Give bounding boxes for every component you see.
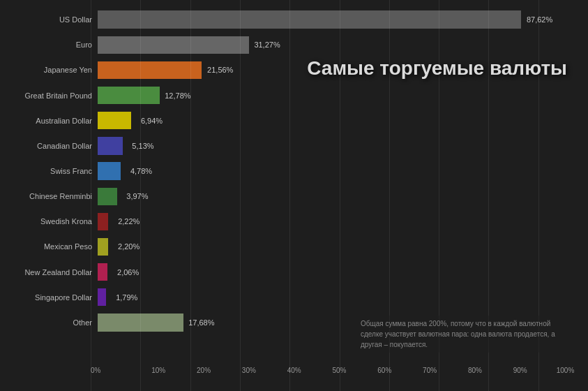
bar-track: 5,13% <box>98 133 581 158</box>
bar-row: New Zealand Dollar2,06% <box>7 260 581 285</box>
bar-track: 12,78% <box>98 82 581 108</box>
bar-value-label: 6,94% <box>141 117 163 125</box>
bar-label: Singapore Dollar <box>7 293 98 302</box>
x-axis-tick: 30% <box>226 367 271 374</box>
bar-fill: 87,62% <box>98 10 521 28</box>
bar-row: Canadian Dollar5,13% <box>7 133 581 158</box>
bar-label: Euro <box>7 40 98 49</box>
bar-fill: 6,94% <box>98 112 131 129</box>
bar-value-label: 2,22% <box>118 217 140 226</box>
bar-track: 3,97% <box>98 184 581 209</box>
bar-label: Great Britain Pound <box>7 91 98 100</box>
x-axis-tick: 100% <box>543 367 588 374</box>
bar-row: Australian Dollar6,94% <box>7 108 581 133</box>
bar-track: 2,20% <box>98 234 581 259</box>
bar-label: Mexican Peso <box>7 242 98 251</box>
bar-fill: 4,78% <box>98 162 121 179</box>
bar-value-label: 1,79% <box>116 293 137 302</box>
bar-value-label: 2,20% <box>118 242 140 251</box>
bar-label: Swiss Franc <box>7 167 98 175</box>
bar-fill: 2,22% <box>98 213 108 230</box>
x-axis-tick: 0% <box>91 367 136 374</box>
bar-row: Euro31,27% <box>7 32 581 57</box>
bar-label: Other <box>7 318 98 327</box>
bar-row: Swiss Franc4,78% <box>7 158 581 184</box>
x-axis-tick: 20% <box>181 367 227 374</box>
bar-track: 6,94% <box>98 108 581 133</box>
bar-value-label: 3,97% <box>126 192 148 200</box>
bar-value-label: 87,62% <box>527 15 552 24</box>
x-axis: 0%10%20%30%40%50%60%70%80%90%100% <box>91 363 588 391</box>
bar-track: 31,27% <box>98 32 581 57</box>
bar-row: Great Britain Pound12,78% <box>7 82 581 108</box>
footnote-text: Общая сумма равна 200%, потому что в каж… <box>361 320 555 348</box>
bar-fill: 1,79% <box>98 288 106 306</box>
bar-track: 21,56% <box>98 57 581 82</box>
bar-label: New Zealand Dollar <box>7 268 98 276</box>
bar-row: Chinese Renminbi3,97% <box>7 184 581 209</box>
bar-fill: 12,78% <box>98 87 160 104</box>
chart-container: US Dollar87,62%Euro31,27%Japanese Yen21,… <box>0 0 588 391</box>
bar-row: US Dollar87,62% <box>7 7 581 32</box>
bar-track: 4,78% <box>98 158 581 184</box>
bar-value-label: 31,27% <box>254 40 280 49</box>
bar-label: Swedish Krona <box>7 217 98 226</box>
bar-value-label: 2,06% <box>117 268 139 276</box>
bar-row: Japanese Yen21,56% <box>7 57 581 82</box>
x-axis-tick: 50% <box>317 367 362 374</box>
bar-fill: 2,20% <box>98 238 108 256</box>
bar-track: 87,62% <box>98 7 581 32</box>
footnote-box: Общая сумма равна 200%, потому что в каж… <box>358 316 574 353</box>
bar-track: 2,22% <box>98 209 581 234</box>
x-axis-tick: 70% <box>407 367 453 374</box>
bar-value-label: 4,78% <box>130 167 152 175</box>
bar-label: Canadian Dollar <box>7 142 98 150</box>
bar-fill: 5,13% <box>98 137 123 154</box>
bar-fill: 17,68% <box>98 313 183 331</box>
x-axis-tick: 90% <box>497 367 543 374</box>
bar-row: Swedish Krona2,22% <box>7 209 581 234</box>
chart-area: US Dollar87,62%Euro31,27%Japanese Yen21,… <box>7 7 581 335</box>
bar-fill: 3,97% <box>98 188 117 205</box>
bar-label: Japanese Yen <box>7 66 98 74</box>
bar-fill: 2,06% <box>98 263 107 281</box>
bar-label: Australian Dollar <box>7 117 98 125</box>
bar-label: Chinese Renminbi <box>7 192 98 200</box>
bar-fill: 21,56% <box>98 61 202 79</box>
x-axis-tick: 10% <box>136 367 181 374</box>
bar-row: Mexican Peso2,20% <box>7 234 581 259</box>
bar-value-label: 12,78% <box>165 91 190 100</box>
x-axis-tick: 80% <box>453 367 498 374</box>
x-axis-tick: 40% <box>271 367 317 374</box>
x-axis-tick: 60% <box>362 367 407 374</box>
bar-row: Singapore Dollar1,79% <box>7 285 581 310</box>
bar-value-label: 5,13% <box>132 142 153 150</box>
bar-fill: 31,27% <box>98 36 249 54</box>
bar-track: 1,79% <box>98 285 581 310</box>
bar-value-label: 21,56% <box>207 66 233 74</box>
bar-value-label: 17,68% <box>188 318 214 327</box>
bar-label: US Dollar <box>7 15 98 24</box>
bar-track: 2,06% <box>98 260 581 285</box>
